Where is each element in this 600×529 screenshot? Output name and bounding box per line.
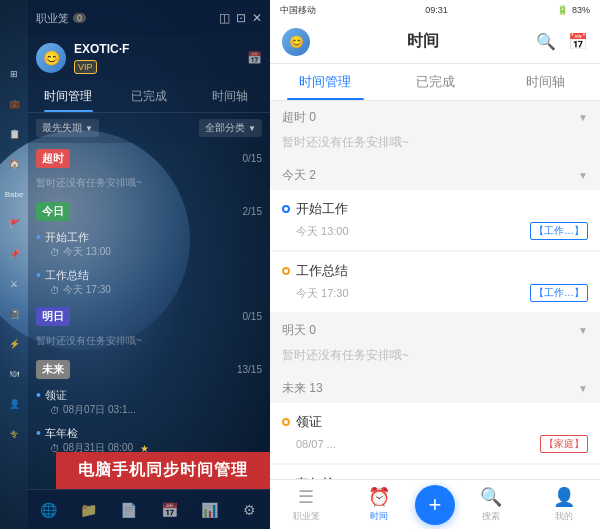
bnav-label-menu: 职业笼 xyxy=(293,510,320,523)
search-icon[interactable]: 🔍 xyxy=(536,32,556,51)
right-tab-timeline[interactable]: 时间轴 xyxy=(490,64,600,100)
task-dot-certificate xyxy=(282,418,290,426)
left-bottombar: 🌐 📁 📄 📅 📊 ⚙ xyxy=(28,489,270,529)
right-overdue-empty: 暂时还没有任务安排哦~ xyxy=(270,130,600,159)
left-topbar: 职业笼 0 ◫ ⊡ ✕ xyxy=(28,0,270,36)
section-overdue-header: 超时 0/15 xyxy=(28,145,270,172)
right-header-title: 时间 xyxy=(407,31,439,52)
bnav-icon-menu: ☰ xyxy=(298,486,314,508)
tomorrow-empty: 暂时还没有任务安排哦~ xyxy=(28,330,270,354)
right-tab-completed[interactable]: 已完成 xyxy=(380,64,490,100)
profile-name: EXOTIC·F xyxy=(74,42,129,56)
grid-icon[interactable]: ⊡ xyxy=(236,11,246,25)
right-task-work-summary-meta: 今天 17:30 【工作…】 xyxy=(282,284,588,302)
left-tabs: 时间管理 已完成 时间轴 xyxy=(28,80,270,113)
sidebar-icon-pro[interactable]: 专 xyxy=(0,420,28,448)
bottombar-icon-chart[interactable]: 📊 xyxy=(197,498,221,522)
right-section-tomorrow[interactable]: 明天 0 ▼ xyxy=(270,314,600,343)
profile-calendar-icon[interactable]: 📅 xyxy=(247,51,262,65)
right-task-certificate[interactable]: 领证 08/07 ... 【家庭】 xyxy=(270,403,600,463)
right-section-future[interactable]: 未来 13 ▼ xyxy=(270,372,600,401)
left-main-content: 职业笼 0 ◫ ⊡ ✕ 😊 EXOTIC·F VIP 📅 时间管理 已完成 xyxy=(28,0,270,529)
section-tomorrow-header: 明日 0/15 xyxy=(28,303,270,330)
close-icon[interactable]: ✕ xyxy=(252,11,262,25)
sort-arrow: ▼ xyxy=(85,124,93,133)
task-title-work-summary: 工作总结 xyxy=(36,267,262,283)
right-tomorrow-empty: 暂时还没有任务安排哦~ xyxy=(270,343,600,372)
sidebar-icon-fast[interactable]: ⚡ xyxy=(0,330,28,358)
bottombar-icon-settings[interactable]: ⚙ xyxy=(238,498,262,522)
sidebar-icon-task[interactable]: 📋 xyxy=(0,120,28,148)
task-item-work-summary-left[interactable]: 工作总结 ⏱今天 17:30 xyxy=(28,263,270,301)
bottombar-icon-folder[interactable]: 📁 xyxy=(76,498,100,522)
task-item-start-work-left[interactable]: 开始工作 ⏱今天 13:00 xyxy=(28,225,270,263)
right-task-start-work[interactable]: 开始工作 今天 13:00 【工作…】 xyxy=(270,190,600,250)
bottombar-icon-doc[interactable]: 📄 xyxy=(117,498,141,522)
right-overdue-title: 超时 0 xyxy=(282,109,316,126)
right-header: 😊 时间 🔍 📅 xyxy=(270,20,600,64)
bnav-职业笼[interactable]: ☰ 职业笼 xyxy=(270,486,343,523)
right-section-overdue[interactable]: 超时 0 ▼ xyxy=(270,101,600,130)
bottombar-icon-calendar[interactable]: 📅 xyxy=(157,498,181,522)
bnav-icon-profile: 👤 xyxy=(553,486,575,508)
right-task-work-summary[interactable]: 工作总结 今天 17:30 【工作…】 xyxy=(270,252,600,312)
sidebar-icons: ⊞ 💼 📋 🏠 Babe 🚩 📌 ⚔ 📓 ⚡ 🍽 👤 专 xyxy=(0,60,28,448)
left-task-list: 超时 0/15 暂时还没有任务安排哦~ 今日 2/15 开始工作 ⏱今天 13:… xyxy=(28,143,270,489)
right-panel: 中国移动 09:31 🔋 83% 😊 时间 🔍 📅 时间管理 已完成 时间轴 超… xyxy=(270,0,600,529)
bnav-搜索[interactable]: 🔍 搜索 xyxy=(455,486,528,523)
future-tag: 未来 xyxy=(36,360,70,379)
future-count: 13/15 xyxy=(237,364,262,375)
sidebar-icon-food[interactable]: 🍽 xyxy=(0,360,28,388)
task-dot-start-work xyxy=(282,205,290,213)
right-task-start-work-tag: 【工作…】 xyxy=(530,222,588,240)
sidebar-icon-work2[interactable]: 📌 xyxy=(0,240,28,268)
sort-filter-button[interactable]: 最先失期 ▼ xyxy=(36,119,99,137)
status-bar: 中国移动 09:31 🔋 83% xyxy=(270,0,600,20)
task-item-certificate-left[interactable]: 领证 ⏱08月07日 03:1... xyxy=(28,383,270,421)
sidebar-icon-babe[interactable]: Babe xyxy=(0,180,28,208)
overdue-count: 0/15 xyxy=(243,153,262,164)
bnav-add[interactable]: + xyxy=(415,485,455,525)
right-tomorrow-arrow: ▼ xyxy=(578,325,588,336)
avatar-icon: 😊 xyxy=(43,50,60,66)
right-overdue-arrow: ▼ xyxy=(578,112,588,123)
topbar-title-text: 职业笼 xyxy=(36,11,69,26)
bnav-我的[interactable]: 👤 我的 xyxy=(528,486,601,523)
vip-badge: VIP xyxy=(74,60,97,74)
right-task-start-work-meta: 今天 13:00 【工作…】 xyxy=(282,222,588,240)
right-task-car-inspection[interactable]: 车年检 08/31 08:... xyxy=(270,465,600,479)
sidebar-icon-note[interactable]: 📓 xyxy=(0,300,28,328)
right-tab-time-management[interactable]: 时间管理 xyxy=(270,64,380,100)
bottombar-icon-globe[interactable]: 🌐 xyxy=(36,498,60,522)
add-button[interactable]: + xyxy=(415,485,455,525)
sidebar-icon-family[interactable]: 🏠 xyxy=(0,150,28,178)
calendar-icon[interactable]: 📅 xyxy=(568,32,588,51)
profile-row: 😊 EXOTIC·F VIP 📅 xyxy=(28,36,270,80)
bnav-时间[interactable]: ⏰ 时间 xyxy=(343,486,416,523)
left-tab-completed[interactable]: 已完成 xyxy=(109,80,190,112)
sidebar-icon-defeat[interactable]: ⚔ xyxy=(0,270,28,298)
sidebar-icon-me[interactable]: 👤 xyxy=(0,390,28,418)
category-filter-button[interactable]: 全部分类 ▼ xyxy=(199,119,262,137)
section-future-header: 未来 13/15 xyxy=(28,356,270,383)
task-title-certificate: 领证 xyxy=(36,387,262,403)
right-today-arrow: ▼ xyxy=(578,170,588,181)
layout-icon[interactable]: ◫ xyxy=(219,11,230,25)
task-meta-certificate: ⏱08月07日 03:1... xyxy=(36,403,262,417)
sidebar-icon-work[interactable]: 💼 xyxy=(0,90,28,118)
task-meta-work-summary: ⏱今天 17:30 xyxy=(36,283,262,297)
category-arrow: ▼ xyxy=(248,124,256,133)
right-task-work-summary-title: 工作总结 xyxy=(282,262,588,280)
left-tab-time-management[interactable]: 时间管理 xyxy=(28,80,109,112)
bnav-label-search: 搜索 xyxy=(482,510,500,523)
task-dot-work-summary xyxy=(282,267,290,275)
right-tomorrow-title: 明天 0 xyxy=(282,322,316,339)
sidebar-icon-flag[interactable]: 🚩 xyxy=(0,210,28,238)
bnav-icon-time: ⏰ xyxy=(368,486,390,508)
left-tab-timeline[interactable]: 时间轴 xyxy=(189,80,270,112)
sidebar-icon-home[interactable]: ⊞ xyxy=(0,60,28,88)
right-section-today[interactable]: 今天 2 ▼ xyxy=(270,159,600,188)
right-bottomnav: ☰ 职业笼 ⏰ 时间 + 🔍 搜索 👤 我的 xyxy=(270,479,600,529)
bnav-icon-search: 🔍 xyxy=(480,486,502,508)
battery-icon: 🔋 xyxy=(557,5,568,15)
